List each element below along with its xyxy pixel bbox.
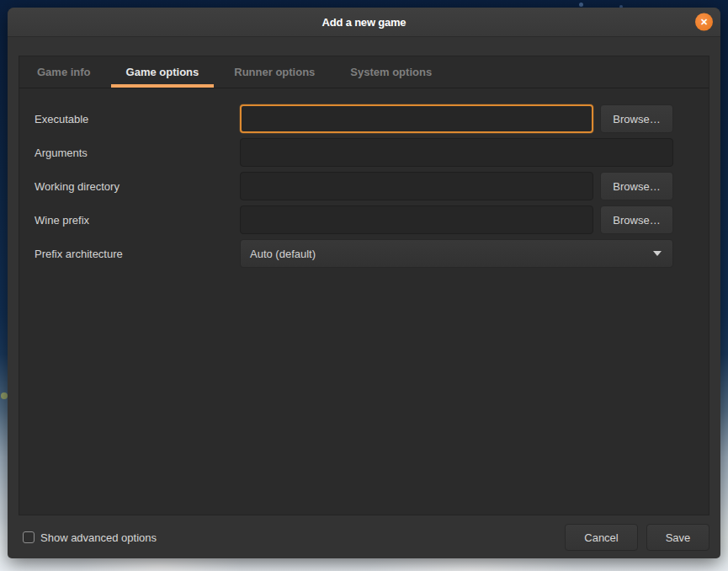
executable-browse-button[interactable]: Browse… — [600, 104, 673, 133]
tab-game-options[interactable]: Game options — [109, 56, 217, 88]
arguments-label: Arguments — [35, 147, 240, 159]
working-directory-input[interactable] — [240, 172, 593, 200]
arguments-input[interactable] — [240, 138, 673, 167]
working-directory-browse-button[interactable]: Browse… — [600, 172, 673, 200]
executable-input[interactable] — [240, 104, 593, 133]
prefix-architecture-label: Prefix architecture — [35, 248, 240, 260]
tab-system-options[interactable]: System options — [332, 56, 449, 88]
dialog-title: Add a new game — [322, 16, 407, 29]
game-options-page: Executable Browse… Arguments Working dir… — [19, 88, 709, 268]
working-directory-label: Working directory — [35, 180, 240, 193]
close-icon[interactable]: ✕ — [695, 13, 713, 31]
form-row-wine-prefix: Wine prefix Browse… — [35, 205, 673, 234]
tab-game-info[interactable]: Game info — [19, 56, 109, 88]
tab-strip: Game info Game options Runner options Sy… — [19, 56, 709, 88]
wine-prefix-input[interactable] — [240, 205, 593, 234]
executable-label: Executable — [35, 113, 240, 125]
tab-runner-options[interactable]: Runner options — [216, 56, 332, 88]
form-row-executable: Executable Browse… — [35, 104, 673, 133]
show-advanced-label: Show advanced options — [40, 531, 157, 544]
wine-prefix-browse-button[interactable]: Browse… — [600, 205, 673, 234]
prefix-architecture-dropdown[interactable]: Auto (default) — [240, 239, 673, 268]
add-game-dialog: Add a new game ✕ Game info Game options … — [8, 8, 720, 558]
settings-notebook: Game info Game options Runner options Sy… — [19, 56, 709, 515]
wallpaper-dot — [1, 392, 8, 399]
form-row-working-directory: Working directory Browse… — [35, 172, 673, 200]
wallpaper-dot — [579, 3, 583, 7]
titlebar[interactable]: Add a new game ✕ — [8, 8, 720, 37]
form-row-arguments: Arguments — [35, 138, 673, 167]
dialog-footer: Show advanced options Cancel Save — [8, 516, 720, 558]
wine-prefix-label: Wine prefix — [35, 214, 240, 227]
prefix-architecture-selected-value: Auto (default) — [250, 248, 316, 260]
show-advanced-checkbox[interactable] — [23, 531, 35, 543]
save-button[interactable]: Save — [646, 524, 709, 551]
show-advanced-options-toggle[interactable]: Show advanced options — [23, 531, 157, 544]
chevron-down-icon — [653, 251, 662, 256]
cancel-button[interactable]: Cancel — [565, 524, 638, 551]
form-row-prefix-architecture: Prefix architecture Auto (default) — [35, 239, 673, 268]
desktop: { "window": { "title": "Add a new game" … — [0, 0, 728, 571]
